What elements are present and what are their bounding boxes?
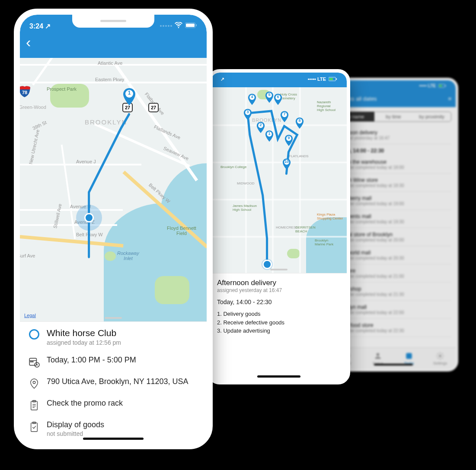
schedule-row[interactable]: Today, 1:00 PM - 5:00 PM [20,352,207,374]
svg-point-4 [377,353,380,356]
wifi-icon [175,22,182,30]
status-circle-icon [29,329,39,340]
segment-by-proximity[interactable]: by proximity [412,112,451,121]
list-item[interactable]: Sushi shopshould be completed today at 2… [335,283,451,301]
clock: 3:24 [29,22,43,30]
task-assigned: assigned today at 12:56 pm [47,339,121,346]
section-header: Today, 14:00 - 22:30 [335,144,451,156]
form-status: not submitted [47,430,104,437]
svg-rect-37 [31,423,38,432]
svg-point-28 [32,362,32,362]
legal-link[interactable]: Legal [24,313,36,318]
phone-front: 3:24 ↗ ‹ [14,9,213,449]
location-arrow-icon: ↗ [220,76,224,82]
segment-by-time[interactable]: by time [374,112,413,121]
svg-point-31 [33,381,35,384]
calendar-clock-icon [29,356,40,368]
drag-handle-icon[interactable] [105,317,122,319]
route-assigned: assigned yesterday at 16:47 [217,287,341,293]
form-title: Display of goods [47,420,104,429]
list-item[interactable]: Afternoon delivery assigned yesterday at… [335,126,451,144]
clipboard-icon [29,400,40,411]
list-item[interactable]: French Wine storeshould be completed tod… [335,174,451,192]
tab-settings[interactable]: Settings [425,348,456,369]
phone-middle: ↗ ••••• LTE BROOKLYN MIDWOOD FLATLANDS H… [208,69,350,384]
list-item[interactable]: AB storeshould be completed today at 21:… [335,264,451,283]
location-pin-icon [29,378,40,389]
svg-rect-9 [336,78,337,79]
task-note: Check the promo rack [47,399,123,408]
task-title: White horse Club [47,328,121,338]
list-item[interactable]: Visit to the warehouseshould be complete… [335,156,451,174]
task-address: 790 Utica Ave, Brooklyn, NY 11203, USA [47,377,188,386]
map-view[interactable]: Atlantic Ave Eastern Pkwy Flatbush Ave F… [20,58,207,321]
route-pin-icon[interactable]: 8 [295,118,304,130]
svg-rect-8 [329,78,333,80]
list-item[interactable]: Continents mallshould be completed today… [335,210,451,228]
route-pin-icon[interactable]: 5 [265,92,274,105]
route-pin-icon[interactable]: 9 [284,135,293,148]
signal-icon [160,25,172,27]
svg-point-27 [30,362,31,362]
route-pin-icon[interactable]: 4 [248,94,256,107]
svg-rect-32 [31,401,38,410]
segment-control[interactable]: by name by time by proximity [335,111,451,122]
tab-status[interactable]: Status [362,348,393,369]
tab-tasks[interactable]: Tasks [393,348,425,369]
back-button[interactable]: ‹ [26,34,31,51]
route-title: Afternoon delivery [217,279,341,287]
home-indicator[interactable] [83,438,144,440]
svg-rect-22 [196,24,197,26]
svg-rect-21 [186,24,195,27]
svg-point-29 [33,362,33,362]
drag-handle-icon[interactable] [270,269,288,270]
task-header-row[interactable]: White horse Club assigned today at 12:56… [20,322,207,352]
notch [72,15,154,28]
destination-pin-icon[interactable]: 1 [123,88,136,105]
pin-number: 1 [123,90,136,96]
route-pin-icon[interactable]: 2 [256,122,265,135]
route-pin-icon[interactable]: 1 [265,130,274,143]
location-arrow-icon: ↗ [45,22,51,30]
route-pin-icon[interactable]: 3 [243,109,252,122]
svg-rect-2 [445,85,446,86]
task-schedule: Today, 1:00 PM - 5:00 PM [47,356,136,365]
current-location-icon [76,205,102,231]
route-pin-icon[interactable]: 7 [280,111,289,124]
list-item[interactable]: New world mallshould be completed today … [335,246,451,264]
svg-rect-5 [406,353,412,359]
task-sheet: White horse Club assigned today at 12:56… [20,321,207,443]
route-pin-icon[interactable]: 10 [282,159,291,171]
route-map[interactable]: BROOKLYN MIDWOOD FLATLANDS HOMECREST Hol… [211,87,347,273]
route-steps: 1. Delivery goods 2. Receive defective g… [217,310,341,335]
svg-point-6 [439,355,441,357]
note-row[interactable]: Check the promo rack [20,395,207,417]
list-item[interactable]: Strawberry mallshould be completed today… [335,192,451,210]
list-item[interactable]: Brooklyn mallshould be completed today a… [335,301,451,319]
checklist-icon [29,421,40,432]
list-item[interactable]: Central store of Brooklynshould be compl… [335,228,451,246]
battery-icon [185,22,197,30]
address-row[interactable]: 790 Utica Ave, Brooklyn, NY 11203, USA [20,374,207,395]
route-pin-icon[interactable]: 6 [274,94,282,107]
route-window: Today, 14:00 - 22:30 [217,299,341,305]
list-item[interactable]: Fresh food storeshould be completed toda… [335,319,451,337]
svg-rect-1 [439,85,442,87]
